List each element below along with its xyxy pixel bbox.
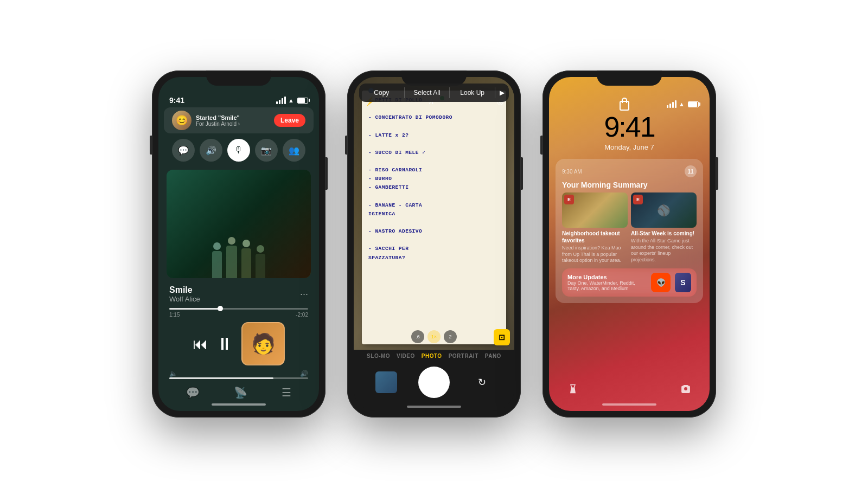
zoom-06-button[interactable]: .6 — [411, 330, 424, 343]
bar3 — [282, 98, 283, 104]
live-text-button[interactable]: ⊡ — [494, 329, 510, 345]
phone2-screen: ⚡ ∧ ◎ - PETTI DI POLLO - CONCENTRATO DI … — [354, 77, 514, 411]
phone3-notch — [597, 70, 662, 86]
battery-fill — [298, 98, 305, 103]
video-button[interactable]: 📷 — [255, 139, 278, 162]
flip-camera-button[interactable]: ↻ — [471, 371, 493, 393]
live-text-icon: ⊡ — [499, 333, 505, 342]
avatar: 😊 — [172, 111, 192, 130]
app-icon-label-1: E — [567, 197, 571, 202]
lock-time-container: 9:41 Monday, June 7 — [549, 111, 710, 159]
time-remaining: -2:02 — [296, 312, 308, 318]
avatar-emoji: 😊 — [176, 114, 188, 126]
notif-time: 9:30 AM — [562, 169, 582, 175]
home-indicator — [158, 403, 319, 410]
bar1 — [276, 101, 278, 104]
copy-button[interactable]: Copy — [359, 86, 404, 100]
bar2 — [279, 100, 280, 104]
volume-track[interactable] — [169, 377, 308, 379]
app-icon-label-2: E — [636, 197, 640, 202]
home-bar — [212, 403, 266, 406]
select-all-button[interactable]: Select All — [405, 86, 450, 100]
nav-chat[interactable]: 💬 — [186, 386, 200, 399]
zoom-1x-button[interactable]: 1× — [427, 330, 441, 343]
time-labels: 1:15 -2:02 — [169, 312, 308, 318]
gallery-thumbnail[interactable] — [375, 371, 397, 393]
progress-fill — [169, 308, 221, 310]
phone1-status-icons: ▲ — [276, 97, 308, 104]
look-up-button[interactable]: Look Up — [450, 86, 495, 100]
ocr-context-menu: Copy Select All Look Up ▶ — [359, 84, 509, 102]
mode-photo[interactable]: PHOTO — [422, 353, 442, 359]
mode-video[interactable]: VIDEO — [397, 353, 415, 359]
phone3-home-bar — [602, 403, 656, 406]
mode-portrait[interactable]: PORTRAIT — [449, 353, 478, 359]
phone3-wifi-icon: ▲ — [679, 101, 685, 107]
shutter-button[interactable] — [418, 367, 450, 398]
camera-shortcut-button[interactable] — [675, 378, 696, 399]
grocery-note-overlay: - PETTI DI POLLO - CONCENTRATO DI POMODO… — [362, 91, 506, 344]
progress-track[interactable] — [169, 308, 308, 310]
person-2 — [226, 237, 237, 278]
news-app-icon-2: E — [633, 195, 643, 204]
lock-icon-top — [620, 101, 629, 111]
news-headline-1: Neighborhood takeout favorites — [562, 230, 628, 244]
facetime-thumbnail[interactable]: 🧑 — [241, 322, 285, 365]
zoom-controls: .6 1× 2 — [411, 330, 457, 343]
nav-airplay[interactable]: 📡 — [234, 386, 247, 399]
zoom-2x-button[interactable]: 2 — [444, 330, 457, 343]
mode-slomo[interactable]: SLO-MO — [367, 353, 390, 359]
note-text: - PETTI DI POLLO - CONCENTRATO DI POMODO… — [368, 96, 500, 262]
video-icon: 📷 — [261, 145, 272, 156]
more-updates-card[interactable]: More Updates Day One, WaterMinder, Reddi… — [562, 268, 697, 297]
more-updates-title: More Updates — [567, 274, 647, 280]
flashlight-button[interactable] — [563, 378, 583, 399]
share-button[interactable]: 👥 — [283, 139, 305, 162]
person-1 — [212, 242, 222, 278]
news-item-1[interactable]: E Neighborhood takeout favorites Need in… — [562, 192, 628, 264]
mic-button[interactable]: 🎙 — [227, 139, 250, 162]
volume-button[interactable]: 🔊 — [200, 139, 222, 162]
phone-2: ⚡ ∧ ◎ - PETTI DI POLLO - CONCENTRATO DI … — [347, 70, 521, 418]
volume-high-icon: 🔊 — [300, 370, 308, 377]
menu-arrow[interactable]: ▶ — [495, 89, 509, 97]
phone3-battery-fill — [688, 102, 697, 107]
speaker-icon: 🔊 — [206, 145, 216, 156]
progress-bar-container: 1:15 -2:02 — [158, 305, 319, 320]
news-app-icon-1: E — [564, 195, 574, 204]
notif-header: 9:30 AM 11 — [562, 165, 697, 177]
news-grid: E Neighborhood takeout favorites Need in… — [562, 192, 697, 264]
news-headline-2: All-Star Week is coming! — [631, 230, 697, 237]
flashlight-icon — [567, 383, 578, 394]
notif-badge: 11 — [685, 165, 697, 177]
album-art — [167, 170, 311, 278]
mic-icon: 🎙 — [234, 145, 243, 155]
chat-button[interactable]: 💬 — [172, 139, 195, 162]
bottom-nav: 💬 📡 ☰ — [158, 382, 319, 403]
phone3-status-icons: ▲ — [667, 100, 699, 108]
mode-pano[interactable]: PANO — [485, 353, 501, 359]
more-button[interactable]: ··· — [300, 288, 308, 300]
notification-card[interactable]: 9:30 AM 11 Your Morning Summary E Neighb… — [556, 159, 703, 303]
shareplay-info: Started "Smile" For Justin Arnold › — [196, 114, 240, 127]
person-3 — [241, 240, 251, 278]
lock-spacer — [549, 307, 710, 374]
news-item-2[interactable]: ⚾ E All-Star Week is coming! With the Al… — [631, 192, 697, 264]
phones-container: 9:41 ▲ 😊 — [0, 0, 868, 488]
pause-button[interactable]: ⏸ — [216, 334, 233, 354]
share-icon: 👥 — [289, 145, 299, 156]
leave-button[interactable]: Leave — [274, 114, 305, 127]
volume-low-icon: 🔈 — [169, 370, 177, 377]
news-body-2: With the All-Star Game just around the c… — [631, 238, 697, 264]
rewind-button[interactable]: ⏮ — [193, 335, 208, 353]
volume-bar: 🔈 🔊 — [158, 367, 319, 382]
chat-icon: 💬 — [178, 145, 189, 156]
shareplay-sub: For Justin Arnold › — [196, 121, 240, 127]
track-title: Smile — [169, 285, 200, 295]
camera-viewfinder[interactable]: - PETTI DI POLLO - CONCENTRATO DI POMODO… — [354, 77, 514, 350]
wifi-icon: ▲ — [288, 97, 294, 104]
notif-title: Your Morning Summary — [562, 181, 697, 189]
phone1-notch — [206, 70, 271, 86]
nav-queue[interactable]: ☰ — [282, 386, 291, 399]
person-4 — [256, 245, 265, 278]
